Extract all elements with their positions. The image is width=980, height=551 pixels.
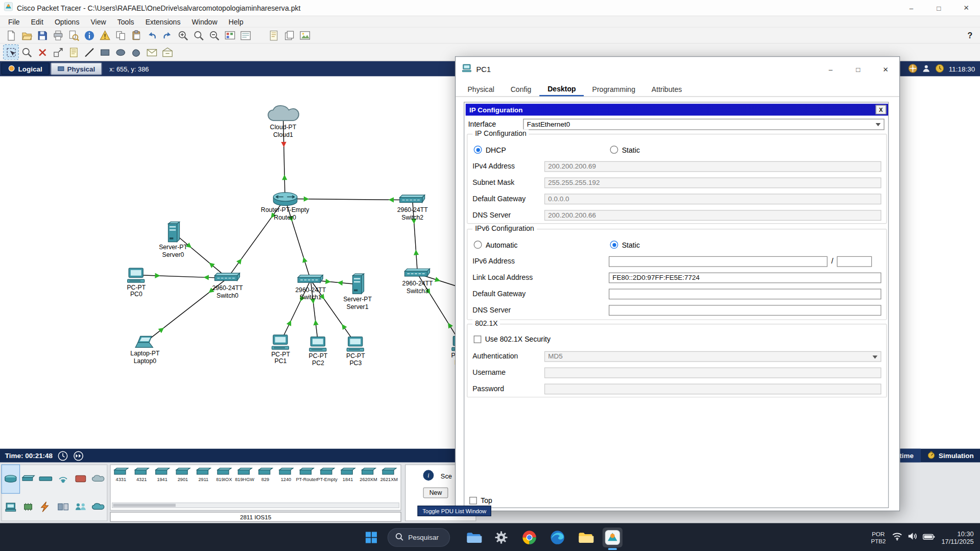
copy-icon[interactable] [113,28,128,42]
draw-rectangle-tool-icon[interactable] [98,45,112,59]
category-network-cloud-icon[interactable] [89,493,107,520]
dialog-tab-desktop[interactable]: Desktop [539,82,584,96]
undo-icon[interactable] [145,28,159,42]
category-wan-emulation-icon[interactable] [89,465,107,493]
delete-tool-icon[interactable] [35,45,50,59]
taskbar-search[interactable]: Pesquisar [388,528,450,547]
zoom-out-icon[interactable] [207,28,221,42]
simulation-tab[interactable]: Simulation [920,449,980,463]
dialog-tab-attributes[interactable]: Attributes [643,82,690,96]
device-model-2621xm[interactable]: 2621XM [379,467,399,482]
device-pc0[interactable]: PC-PTPC0 [127,267,146,298]
ipv6-automatic-radio[interactable]: Automatic [474,241,518,249]
place-note-tool-icon[interactable] [66,45,81,59]
packet-tracer-taskbar-icon[interactable] [603,528,623,547]
category-wireless-devices-icon[interactable] [54,465,71,493]
device-model-4321[interactable]: 4321 [131,467,152,482]
device-model-pt-router[interactable]: PT-Router [296,467,317,482]
top-checkbox[interactable]: Top [469,497,492,505]
menu-window[interactable]: Window [186,18,223,26]
logical-tab[interactable]: Logical [1,62,49,75]
device-switch2[interactable]: 2960-24TTSwitch2 [397,194,428,221]
default-gateway-input[interactable]: 0.0.0.0 [544,194,881,204]
device-pc3[interactable]: PC-PTPC3 [346,336,365,367]
category-multiuser-icon[interactable] [72,493,89,520]
models-scrollbar[interactable] [112,502,399,508]
interface-dropdown[interactable]: FastEthernet0 [523,119,884,130]
dialog-tab-physical[interactable]: Physical [460,82,503,96]
dns-server-input[interactable]: 200.200.200.66 [544,210,881,221]
environment-icon[interactable] [908,63,917,74]
menu-help[interactable]: Help [223,18,249,26]
device-model-1841[interactable]: 1841 [338,467,358,482]
input-language-indicator[interactable]: POR PTB2 [871,530,886,544]
info-icon[interactable] [82,28,96,42]
menu-view[interactable]: View [85,18,111,26]
password-input[interactable] [544,384,881,394]
device-laptop0[interactable]: Laptop-PTLaptop0 [130,335,159,365]
pc1-dialog-title-bar[interactable]: PC1 – □ ✕ [456,57,899,82]
ipv6-static-radio[interactable]: Static [610,241,639,249]
device-model-2911[interactable]: 2911 [193,467,213,482]
doc-stack-icon[interactable] [282,28,296,42]
add-complex-pdu-icon[interactable] [160,45,174,59]
device-model-1240[interactable]: 1240 [276,467,296,482]
username-input[interactable] [544,367,881,378]
category-misc-icon[interactable] [54,493,71,520]
default-gateway-input[interactable] [609,289,881,299]
authentication-input[interactable]: MD5 [544,351,881,362]
fast-forward-icon[interactable] [73,450,84,461]
device-cloud1[interactable]: Cloud-PTCloud1 [267,105,300,138]
dialog-minimize-button[interactable]: – [817,57,845,82]
category-connections-icon[interactable] [37,493,54,520]
redo-icon[interactable] [160,28,174,42]
ipv6-address-prefix-input[interactable] [837,256,872,267]
device-model-2901[interactable]: 2901 [173,467,193,482]
menu-options[interactable]: Options [49,18,85,26]
category-security-icon[interactable] [72,465,89,493]
device-switch0[interactable]: 2960-24TTSwitch0 [212,272,243,299]
ipv6-address-input[interactable] [609,256,827,267]
device-model-4331[interactable]: 4331 [111,467,131,482]
activity-wizard-icon[interactable] [66,28,81,42]
new-scenario-button[interactable]: New [423,488,448,498]
use-8021x-checkbox[interactable]: Use 802.1X Security [474,336,551,343]
new-file-icon[interactable] [4,28,18,42]
category-hubs-icon[interactable] [37,465,54,493]
category-components-icon[interactable] [19,493,37,520]
help-icon[interactable]: ? [968,31,973,40]
menu-extensions[interactable]: Extensions [140,18,186,26]
maximize-button[interactable]: □ [925,0,952,16]
zoom-reset-icon[interactable] [191,28,205,42]
ip-configuration-header[interactable]: IP Configuration X [466,104,888,115]
category-switches-icon[interactable] [19,465,37,493]
resize-tool-icon[interactable] [51,45,65,59]
menu-file[interactable]: File [3,18,26,26]
device-router0[interactable]: Router-PT-EmptyRouter0 [261,191,309,221]
wifi-icon[interactable] [892,532,903,543]
settings-taskbar-icon[interactable] [491,528,511,547]
ipv4-static-radio[interactable]: Static [610,146,639,154]
device-model-819iox[interactable]: 819IOX [214,467,234,482]
open-file-icon[interactable] [19,28,34,42]
drawing-palette-icon[interactable] [223,28,237,42]
category-routers-icon[interactable] [2,465,19,493]
custom-devices-icon[interactable] [238,28,252,42]
category-end-devices-icon[interactable] [2,493,19,520]
device-switch1[interactable]: 2960-24TTSwitch1 [295,274,326,301]
close-button[interactable]: ✕ [952,0,980,16]
models-scrollbar-thumb[interactable] [113,504,176,507]
device-model-2620xm[interactable]: 2620XM [358,467,378,482]
ip-configuration-close-button[interactable]: X [876,105,887,114]
print-icon[interactable] [51,28,65,42]
device-model-1941[interactable]: 1941 [152,467,172,482]
dialog-tab-config[interactable]: Config [503,82,540,96]
reset-clock-icon[interactable] [58,450,68,461]
volume-icon[interactable] [907,532,918,543]
picture-viewer-icon[interactable] [298,28,312,42]
select-tool-icon[interactable] [4,45,18,59]
menu-edit[interactable]: Edit [26,18,49,26]
edge-taskbar-icon[interactable] [547,528,567,547]
subnet-mask-input[interactable]: 255.255.255.192 [544,177,881,188]
draw-freeform-tool-icon[interactable] [129,45,143,59]
